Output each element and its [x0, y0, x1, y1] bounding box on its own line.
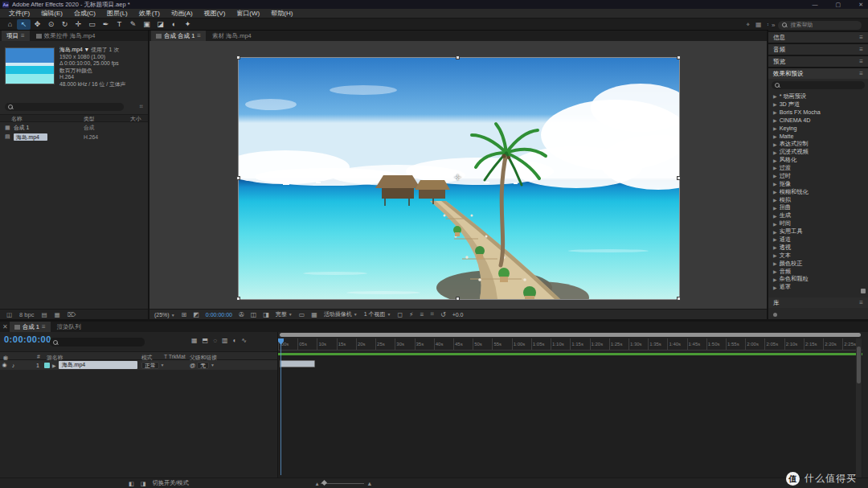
panel-menu-icon[interactable]: ≡ [42, 323, 46, 330]
expand-switches-icon[interactable]: ◧ [129, 480, 134, 487]
motion-blur-icon[interactable]: ◐ [232, 337, 236, 344]
expander-icon[interactable]: ▶ [773, 205, 777, 211]
effects-category[interactable]: ▶ Boris FX Mocha [768, 109, 868, 117]
flowchart-icon[interactable]: ⌗ [430, 310, 434, 318]
expander-icon[interactable]: ▶ [773, 252, 777, 258]
selection-handle[interactable] [677, 55, 681, 59]
tab-effect-controls[interactable]: 效果控件 海岛.mp4 [31, 31, 100, 41]
expander-icon[interactable]: ▶ [773, 285, 777, 290]
zoom-out-icon[interactable]: ▴ [316, 480, 319, 487]
effects-category[interactable]: ▶ 透视 [768, 244, 868, 252]
selection-handle[interactable] [236, 55, 240, 59]
project-row-footage[interactable]: ▤ 海岛.mp4 H.264 [0, 133, 148, 141]
selection-handle[interactable] [456, 55, 460, 59]
region-of-interest-icon[interactable]: ▭ [299, 311, 305, 318]
grid-options-icon[interactable]: ⊞ [182, 311, 187, 318]
expander-icon[interactable]: ▶ [773, 213, 777, 219]
snapshot-icon[interactable]: ✇ [239, 311, 244, 318]
expander-icon[interactable]: ▶ [773, 165, 777, 170]
effects-category[interactable]: ▶ 抠像 [768, 180, 868, 188]
hide-shy-layers-icon[interactable]: ◌ [213, 337, 217, 344]
expander-icon[interactable]: ▶ [773, 125, 777, 131]
magnification-dropdown[interactable]: (25%) ▼ [154, 312, 175, 318]
effects-category[interactable]: ▶ 实用工具 [768, 228, 868, 236]
clone-stamp-tool[interactable]: ▣ [140, 19, 154, 30]
expander-icon[interactable]: ▶ [773, 173, 777, 178]
comp-mini-flowchart-icon[interactable]: ▦ [191, 337, 198, 344]
effects-category[interactable]: ▶ 杂色和颗粒 [768, 275, 868, 283]
delete-icon[interactable]: ⌦ [68, 311, 76, 318]
resize-grip[interactable] [861, 289, 866, 293]
show-channel-icon[interactable]: ◨ [263, 311, 269, 318]
menu-item[interactable]: 动画(A) [166, 9, 199, 18]
expander-icon[interactable]: ▶ [773, 133, 777, 139]
effects-category[interactable]: ▶ 文本 [768, 252, 868, 260]
new-composition-icon[interactable]: ▦ [55, 311, 60, 318]
close-panel-icon[interactable]: ✕ [2, 323, 8, 330]
eraser-tool[interactable]: ◪ [154, 19, 167, 30]
expander-icon[interactable]: ▶ [773, 117, 777, 123]
resolution-dropdown[interactable]: 完整 ▼ [276, 310, 293, 318]
layer-eye-icon[interactable]: ◉ [0, 362, 9, 368]
tab-render-queue[interactable]: 渲染队列 [52, 322, 86, 332]
current-timecode[interactable]: 0:00:00:00 [4, 334, 51, 344]
orbit-camera-tool[interactable]: ↻ [58, 19, 72, 30]
timeline-vertical-scrollbar[interactable] [856, 338, 862, 483]
layer-duration-bar[interactable] [280, 360, 315, 367]
pen-tool[interactable]: ✒ [99, 19, 113, 30]
menu-item[interactable]: 帮助(H) [265, 9, 298, 18]
home-icon[interactable]: ⌂ [3, 19, 17, 30]
expander-icon[interactable]: ▶ [773, 277, 777, 282]
expander-icon[interactable]: ▶ [773, 260, 777, 266]
menu-item[interactable]: 合成(C) [68, 9, 101, 18]
selection-handle[interactable] [456, 297, 460, 301]
type-tool[interactable]: T [113, 19, 126, 30]
hand-tool[interactable]: ✥ [31, 19, 44, 30]
frame-blending-icon[interactable]: ▥ [222, 337, 228, 344]
panel-menu-icon[interactable]: ≡ [859, 58, 863, 65]
panel-menu-icon[interactable]: ≡ [859, 299, 863, 306]
selection-tool[interactable]: ↖ [17, 19, 31, 30]
brush-tool[interactable]: ✎ [126, 19, 140, 30]
effects-category[interactable]: ▶ 过时 [768, 172, 868, 180]
effects-category[interactable]: ▶ 模拟 [768, 196, 868, 204]
3d-view-dropdown[interactable]: 活动摄像机 ▼ [324, 310, 358, 318]
layer-label-color[interactable] [44, 363, 50, 368]
expander-icon[interactable]: ▶ [773, 158, 777, 163]
project-flowchart-icon[interactable]: ⌗ [139, 103, 143, 111]
effects-category[interactable]: ▶ 表达式控制 [768, 140, 868, 148]
timeline-search-box[interactable] [50, 338, 145, 347]
panel-menu-icon[interactable]: ≡ [859, 34, 863, 41]
effects-category[interactable]: ▶ 生成 [768, 211, 868, 219]
effects-category[interactable]: ▶ 遮罩 [768, 283, 868, 291]
effects-category[interactable]: ▶ CINEMA 4D [768, 117, 868, 125]
blend-mode-dropdown[interactable]: 正常▼ [141, 362, 165, 369]
expander-icon[interactable]: ▶ [773, 197, 777, 203]
tab-project[interactable]: 项目≡ [2, 31, 30, 41]
new-folder-icon[interactable]: ▤ [41, 311, 47, 318]
selection-handle[interactable] [236, 297, 240, 301]
menu-item[interactable]: 效果(T) [133, 9, 166, 18]
effects-category[interactable]: ▶ 过渡 [768, 164, 868, 172]
layer-row[interactable]: ◉ ♪ 1 ▶ 海岛.mp4 正常▼ @无▼ [0, 360, 277, 370]
graph-editor-icon[interactable]: ∿ [241, 337, 247, 344]
anchor-point-icon[interactable]: ✛ [454, 173, 461, 182]
show-snapshot-icon[interactable]: ◫ [251, 311, 257, 318]
layer-name[interactable]: 海岛.mp4 [59, 361, 137, 369]
maximize-button[interactable]: ▢ [836, 2, 841, 8]
zoom-tool[interactable]: ⊙ [44, 19, 58, 30]
expander-icon[interactable]: ▶ [773, 244, 777, 250]
reset-exposure-icon[interactable]: ↺ [440, 311, 446, 318]
expander-icon[interactable]: ▶ [773, 93, 777, 99]
effects-category[interactable]: ▶ 颜色校正 [768, 260, 868, 268]
layer-audio-icon[interactable]: ♪ [9, 363, 18, 368]
scrollbar-thumb[interactable] [857, 347, 861, 383]
effects-category[interactable]: ▶ 时间 [768, 219, 868, 228]
zoom-in-icon[interactable]: ▲ [366, 480, 372, 487]
effects-category[interactable]: ▶ Keying [768, 125, 868, 133]
pan-behind-tool[interactable]: ✛ [72, 19, 85, 30]
effects-category[interactable]: ▶ 扭曲 [768, 203, 868, 211]
expander-icon[interactable]: ▶ [773, 269, 777, 274]
time-ruler[interactable]: :00s05s10s15s20s25s30s35s40s45s50s55s1:0… [278, 338, 862, 351]
info-panel-tab[interactable]: 信息≡ [768, 32, 868, 43]
